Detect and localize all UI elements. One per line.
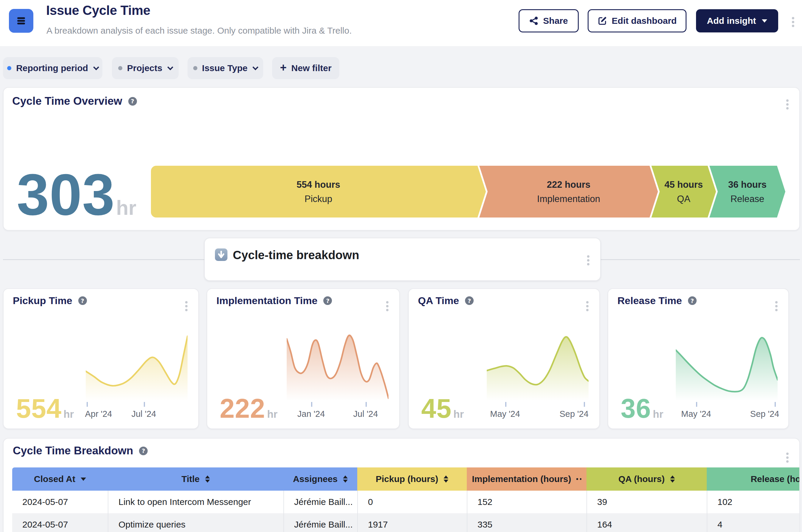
share-icon: [529, 16, 538, 25]
column-label: Title: [181, 474, 200, 484]
edit-dashboard-button[interactable]: Edit dashboard: [587, 9, 687, 33]
column-label: Assignees: [293, 474, 338, 484]
add-insight-button[interactable]: Add insight: [696, 9, 778, 33]
sparkline-chart: [487, 334, 589, 401]
column-header-closed-at[interactable]: Closed At: [12, 468, 108, 491]
axis-tick: [505, 402, 506, 407]
filter-chip-projects[interactable]: Projects: [112, 57, 179, 79]
chevron-down-icon: [253, 64, 259, 70]
header-kebab-menu[interactable]: [788, 15, 798, 29]
page-title: Issue Cycle Time: [46, 3, 150, 18]
stat-card-title: Release Time: [617, 295, 682, 306]
column-header-assignees[interactable]: Assignees: [283, 468, 357, 491]
axis-tick: [366, 402, 367, 407]
funnel-stage-name: Implementation: [537, 194, 600, 204]
implementation-time-card: Implementation Time?Jan '24Jul '24222hr: [207, 288, 400, 429]
table-cell: 0: [357, 491, 467, 513]
sort-desc-icon: [81, 478, 86, 481]
funnel-stage-hours: 222 hours: [547, 179, 590, 190]
funnel-stage-pickup: [151, 166, 486, 217]
sparkline-chart: [287, 334, 389, 401]
filter-chip-label: Issue Type: [202, 63, 248, 73]
table-row[interactable]: 2024-05-07Optimize queriesJérémie Baill.…: [12, 513, 800, 532]
sort-icon: [343, 475, 348, 482]
help-icon[interactable]: ?: [139, 446, 148, 455]
overview-total: 303 hr: [17, 173, 136, 219]
stat-unit: hr: [63, 408, 74, 420]
stat-value: 36: [621, 399, 651, 419]
column-label: Implementation (hours): [472, 474, 571, 484]
table-row[interactable]: 2024-05-07Link to open Intercom Messenge…: [12, 491, 800, 513]
stat-card-kebab-menu[interactable]: [583, 299, 592, 313]
help-icon[interactable]: ?: [323, 296, 332, 305]
funnel-stage-qa: [651, 166, 716, 217]
axis-label: Jul '24: [131, 409, 156, 419]
table-cell: 1917: [357, 513, 467, 532]
plus-icon: +: [280, 62, 286, 73]
dashboard-menu-icon[interactable]: [9, 9, 33, 33]
help-icon[interactable]: ?: [465, 296, 474, 305]
stat-card-value: 222hr: [220, 399, 277, 420]
overview-total-value: 303: [17, 173, 115, 216]
axis-tick: [775, 402, 776, 407]
help-icon[interactable]: ?: [128, 97, 137, 106]
table-cell: 2024-05-07: [12, 491, 108, 513]
help-icon[interactable]: ?: [78, 296, 87, 305]
stat-unit: hr: [267, 408, 277, 420]
dashboard-page: Issue Cycle Time A breakdown analysis of…: [0, 0, 802, 532]
table-cell: 164: [586, 513, 707, 532]
overview-kebab-menu[interactable]: [783, 97, 791, 112]
sort-dots-icon: [576, 478, 581, 480]
axis-tick: [144, 402, 145, 407]
cycle-time-table: Closed AtTitleAssigneesPickup (hours)Imp…: [12, 468, 800, 532]
banner-kebab-menu[interactable]: [584, 253, 592, 267]
down-arrow-icon: [215, 248, 227, 261]
axis-tick: [696, 402, 697, 407]
table-cell: 4: [707, 513, 800, 532]
funnel-stage-hours: 36 hours: [728, 179, 767, 190]
stat-card-kebab-menu[interactable]: [772, 299, 781, 313]
cycle-time-breakdown-table-card: Cycle Time Breakdown ? Closed AtTitleAss…: [3, 438, 800, 532]
axis-label: Sep '24: [750, 409, 779, 419]
stat-card-value: 554hr: [16, 399, 74, 420]
column-header-implementation-hours-[interactable]: Implementation (hours): [467, 468, 586, 491]
stat-card-value: 36hr: [621, 399, 663, 420]
stat-value: 45: [421, 399, 452, 419]
column-header-title[interactable]: Title: [108, 468, 283, 491]
share-button[interactable]: Share: [519, 9, 579, 33]
table-cell: 102: [707, 491, 800, 513]
stat-card-kebab-menu[interactable]: [182, 299, 190, 313]
sparkline-chart: [676, 334, 778, 401]
stat-card-value: 45hr: [421, 399, 464, 420]
table-kebab-menu[interactable]: [783, 451, 791, 465]
edit-dashboard-label: Edit dashboard: [612, 16, 677, 26]
sparkline-chart: [86, 334, 188, 401]
sort-icon: [205, 475, 210, 482]
new-filter-button[interactable]: +New filter: [272, 57, 339, 79]
page-subtitle: A breakdown analysis of each issue stage…: [46, 25, 352, 36]
column-header-qa-hours-[interactable]: QA (hours): [586, 468, 707, 491]
funnel-stage-release: [709, 166, 785, 217]
edit-icon: [597, 16, 607, 25]
axis-label: Apr '24: [85, 409, 112, 419]
filter-chip-reporting-period[interactable]: Reporting period: [3, 57, 102, 79]
column-header-pickup-hours-[interactable]: Pickup (hours): [357, 468, 467, 491]
filter-chip-label: Reporting period: [16, 63, 88, 73]
table-title: Cycle Time Breakdown: [13, 444, 133, 457]
qa-time-card: QA Time?May '24Sep '2445hr: [408, 288, 600, 429]
overview-total-unit: hr: [116, 196, 136, 219]
axis-label: May '24: [490, 409, 520, 419]
axis-tick: [584, 402, 585, 407]
table-cell: Jérémie Baill...: [283, 513, 357, 532]
column-header-release-hours-[interactable]: Release (hours): [707, 468, 800, 491]
sort-icon: [670, 475, 675, 482]
filter-chip-issue-type[interactable]: Issue Type: [188, 57, 263, 79]
stat-card-title: QA Time: [418, 295, 459, 306]
axis-tick: [87, 402, 88, 407]
help-icon[interactable]: ?: [688, 296, 696, 305]
stat-value: 222: [220, 399, 265, 419]
filter-dot-icon: [193, 66, 198, 70]
funnel-stage-name: Pickup: [304, 194, 332, 204]
stat-card-kebab-menu[interactable]: [383, 299, 391, 313]
funnel-stage-name: Release: [730, 194, 764, 204]
